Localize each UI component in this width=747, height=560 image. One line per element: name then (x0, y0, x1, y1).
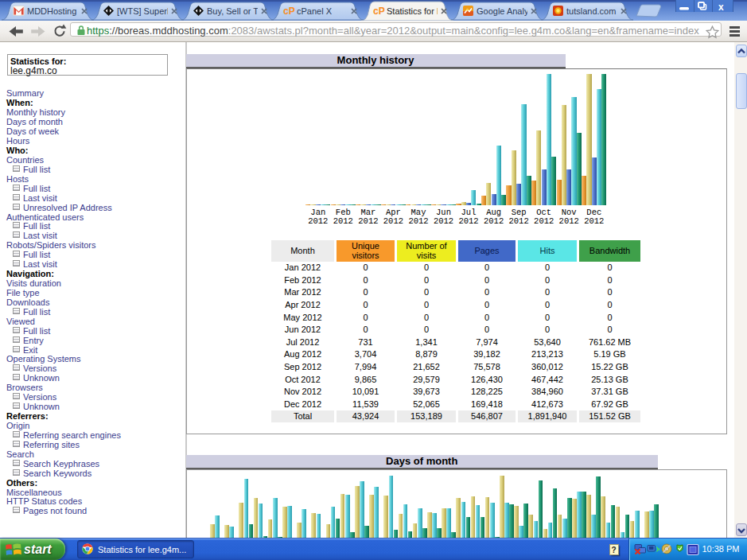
svg-text:MDDHosting -: MDDHosting - (27, 6, 82, 16)
svg-text:cP: cP (373, 6, 385, 17)
svg-text:Statistics for l: Statistics for l (387, 6, 438, 16)
svg-text:cPanel X: cPanel X (297, 6, 333, 16)
svg-text:tutsland.com: tutsland.com (566, 6, 616, 16)
svg-text:Google Analyt: Google Analyt (477, 6, 531, 16)
svg-text:Buy, Sell or Tr: Buy, Sell or Tr (207, 6, 262, 16)
svg-text:x: x (718, 2, 724, 13)
svg-text:[WTS] Superb: [WTS] Superb (117, 6, 172, 16)
svg-text:cP: cP (283, 6, 295, 17)
